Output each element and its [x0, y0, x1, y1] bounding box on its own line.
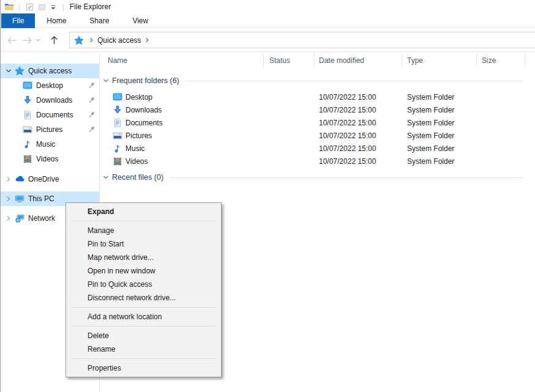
navigation-bar: Quick access: [1, 29, 535, 52]
file-name: Downloads: [125, 106, 162, 114]
file-date-modified: 10/07/2022 15:00: [314, 119, 402, 127]
chevron-right-icon[interactable]: [4, 194, 13, 203]
file-type: System Folder: [402, 144, 477, 153]
file-date-modified: 10/07/2022 15:00: [314, 106, 402, 114]
ribbon-tab-bar: File Home Share View: [1, 13, 535, 28]
customize-quick-access-toolbar-icon[interactable]: [50, 4, 56, 10]
properties-icon[interactable]: [24, 2, 34, 12]
menu-item-open-in-new-window[interactable]: Open in new window: [66, 264, 221, 278]
menu-item-delete[interactable]: Delete: [66, 329, 221, 342]
sidebar-item-onedrive[interactable]: OneDrive: [1, 172, 99, 187]
chevron-down-icon[interactable]: [103, 77, 110, 84]
sidebar-item-desktop[interactable]: Desktop: [1, 78, 99, 93]
column-header-size[interactable]: Size: [477, 54, 525, 67]
window-title: File Explorer: [70, 2, 111, 11]
downloads-icon: [113, 105, 122, 115]
file-row-pictures[interactable]: Pictures 10/07/2022 15:00 System Folder: [100, 129, 535, 142]
file-row-desktop[interactable]: Desktop 10/07/2022 15:00 System Folder: [100, 91, 535, 103]
file-row-music[interactable]: Music 10/07/2022 15:00 System Folder: [100, 142, 535, 155]
group-header-recent-files[interactable]: Recent files (0): [103, 172, 531, 183]
menu-item-rename[interactable]: Rename: [66, 342, 221, 356]
sidebar-item-videos[interactable]: Videos: [1, 152, 99, 166]
desktop-icon: [23, 81, 32, 91]
file-row-documents[interactable]: Documents 10/07/2022 15:00 System Folder: [100, 116, 535, 129]
tab-file[interactable]: File: [1, 13, 35, 28]
sidebar-item-downloads[interactable]: Downloads: [1, 93, 99, 108]
file-type: System Folder: [402, 106, 477, 114]
menu-item-expand[interactable]: Expand: [66, 205, 221, 218]
sidebar-item-music[interactable]: Music: [1, 137, 99, 152]
column-header-type[interactable]: Type: [402, 54, 477, 67]
tab-view[interactable]: View: [121, 13, 160, 28]
network-icon: [15, 213, 24, 223]
pin-icon: [88, 96, 96, 105]
forward-icon[interactable]: [20, 37, 34, 44]
sidebar-item-documents[interactable]: Documents: [1, 108, 99, 122]
qat-separator: |: [62, 2, 64, 12]
recent-locations-icon[interactable]: [34, 38, 42, 42]
new-folder-icon[interactable]: [37, 2, 47, 12]
sidebar-item-label: This PC: [28, 194, 99, 203]
file-name: Pictures: [125, 131, 152, 140]
group-header-rule: [184, 81, 523, 81]
music-icon: [23, 139, 32, 149]
file-name: Music: [125, 144, 144, 153]
tab-share[interactable]: Share: [78, 13, 121, 28]
sidebar-item-quick-access[interactable]: Quick access: [1, 64, 99, 78]
menu-separator: [72, 326, 215, 327]
file-name: Documents: [125, 119, 163, 127]
file-type: System Folder: [402, 157, 477, 166]
chevron-down-icon[interactable]: [103, 174, 110, 181]
file-date-modified: 10/07/2022 15:00: [314, 131, 402, 140]
file-type: System Folder: [402, 119, 477, 127]
file-name: Videos: [125, 157, 148, 166]
column-header-date-modified[interactable]: Date modified: [314, 54, 402, 67]
pictures-icon: [113, 131, 122, 141]
sidebar-item-label: Downloads: [36, 96, 88, 105]
desktop-icon: [113, 92, 122, 102]
menu-item-manage[interactable]: Manage: [66, 224, 221, 237]
menu-item-pin-to-quick-access[interactable]: Pin to Quick access: [66, 278, 221, 291]
quick-access-star-icon: [15, 66, 24, 76]
documents-icon: [113, 118, 122, 128]
up-icon[interactable]: [46, 35, 62, 45]
column-header-status[interactable]: Status: [264, 54, 314, 67]
sidebar-item-label: Pictures: [36, 125, 88, 134]
breadcrumb-quick-access[interactable]: Quick access: [97, 36, 141, 45]
group-header-frequent-folders[interactable]: Frequent folders (6): [103, 75, 531, 86]
menu-separator: [72, 358, 215, 359]
sidebar-item-label: Videos: [36, 155, 99, 163]
title-bar: | | File Explorer: [0, 0, 535, 13]
sidebar-item-label: Quick access: [28, 67, 99, 75]
group-header-label: Frequent folders (6): [112, 76, 179, 85]
group-header-rule: [168, 177, 523, 178]
menu-item-disconnect-network-drive[interactable]: Disconnect network drive...: [66, 291, 221, 305]
address-bar[interactable]: Quick access: [69, 32, 535, 48]
breadcrumb-chevron-icon[interactable]: [86, 37, 96, 43]
music-icon: [113, 144, 122, 153]
file-type: System Folder: [402, 131, 477, 140]
back-icon[interactable]: [4, 37, 20, 44]
sidebar-item-label: OneDrive: [28, 175, 99, 183]
chevron-down-icon[interactable]: [4, 67, 13, 75]
menu-item-properties[interactable]: Properties: [66, 361, 221, 375]
group-header-label: Recent files (0): [112, 173, 163, 182]
file-explorer-logo-icon: [4, 2, 14, 12]
menu-item-map-network-drive[interactable]: Map network drive...: [66, 251, 221, 264]
file-row-videos[interactable]: Videos 10/07/2022 15:00 System Folder: [100, 155, 535, 168]
chevron-right-icon[interactable]: [4, 214, 13, 223]
menu-item-add-a-network-location[interactable]: Add a network location: [66, 310, 221, 324]
breadcrumb-chevron-icon[interactable]: [142, 37, 152, 43]
column-header-name[interactable]: Name: [100, 54, 264, 67]
tab-home[interactable]: Home: [35, 13, 78, 28]
file-name: Desktop: [125, 93, 152, 102]
videos-icon: [23, 154, 32, 164]
pin-icon: [88, 125, 96, 134]
file-type: System Folder: [402, 93, 477, 102]
sidebar-item-pictures[interactable]: Pictures: [1, 122, 99, 137]
qat-separator: |: [18, 2, 20, 12]
file-row-downloads[interactable]: Downloads 10/07/2022 15:00 System Folder: [100, 103, 535, 116]
chevron-right-icon[interactable]: [4, 175, 13, 183]
menu-item-pin-to-start[interactable]: Pin to Start: [66, 237, 221, 251]
column-header-row: Name Status Date modified Type Size: [100, 54, 535, 67]
